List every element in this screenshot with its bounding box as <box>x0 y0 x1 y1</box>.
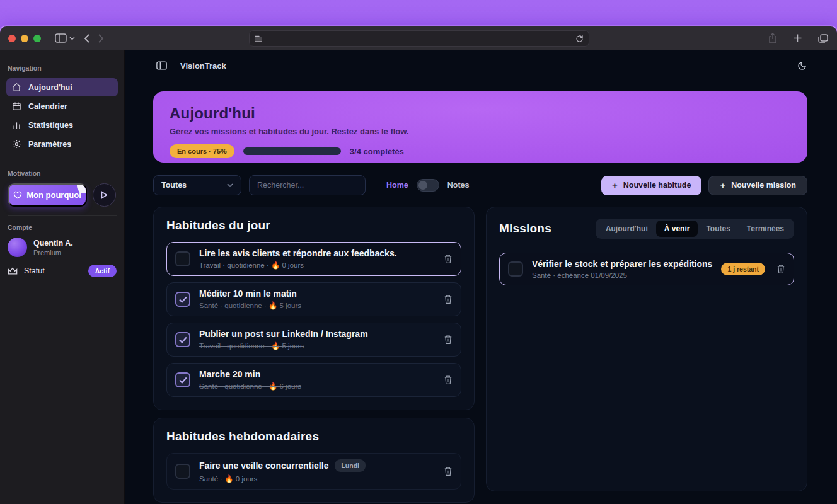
habit-checkbox[interactable] <box>175 292 190 307</box>
address-bar[interactable] <box>249 30 589 47</box>
mission-row[interactable]: Vérifier le stock et préparer les expédi… <box>499 253 794 285</box>
habit-meta: Travail · quotidienne · 🔥 0 jours <box>199 261 435 270</box>
user-name: Quentin A. <box>33 239 73 248</box>
habit-row[interactable]: Publier un post sur LinkedIn / Instagram… <box>166 323 461 357</box>
account-row[interactable]: Quentin A. Premium <box>8 238 117 257</box>
tab-terminees[interactable]: Terminées <box>739 220 792 237</box>
play-button[interactable] <box>93 183 116 207</box>
new-mission-button[interactable]: + Nouvelle mission <box>708 176 807 195</box>
progress-count: 3/4 complétés <box>350 147 404 156</box>
days-remaining-badge: 1 j restant <box>721 263 765 275</box>
day-badge: Lundi <box>335 459 366 472</box>
habit-title: Lire les avis clients et répondre aux fe… <box>199 248 435 258</box>
habit-checkbox[interactable] <box>175 332 190 347</box>
missions-title: Missions <box>499 222 551 236</box>
mission-title: Vérifier le stock et préparer les expédi… <box>532 259 712 269</box>
sidebar-item-parametres[interactable]: Paramètres <box>6 135 118 153</box>
moon-icon <box>797 61 807 71</box>
trash-icon[interactable] <box>776 264 785 274</box>
toggle-label-notes[interactable]: Notes <box>447 181 470 190</box>
habit-checkbox[interactable] <box>175 251 190 266</box>
minimize-window-button[interactable] <box>21 35 28 42</box>
collapse-sidebar-icon[interactable] <box>156 61 167 70</box>
habit-meta: Santé · quotidienne · 🔥 6 jours <box>199 382 435 391</box>
chevron-down-icon <box>227 183 233 187</box>
close-window-button[interactable] <box>8 35 16 42</box>
back-icon[interactable] <box>84 34 89 43</box>
forward-icon <box>98 34 104 43</box>
trash-icon[interactable] <box>444 254 453 264</box>
mission-checkbox[interactable] <box>508 261 523 277</box>
home-icon <box>12 83 21 92</box>
user-plan: Premium <box>33 249 73 256</box>
new-tab-icon[interactable] <box>794 34 802 42</box>
habit-row[interactable]: Méditer 10 min le matin Santé · quotidie… <box>166 282 461 316</box>
safari-sidebar-toggle-icon[interactable] <box>55 33 75 43</box>
reload-icon[interactable] <box>575 35 584 43</box>
chevron-down-icon <box>69 37 75 40</box>
browser-toolbar <box>0 26 837 50</box>
tab-overview-icon[interactable] <box>818 34 828 43</box>
tab-toutes[interactable]: Toutes <box>698 220 738 237</box>
app-header: VisionTrack <box>125 50 837 81</box>
habit-row[interactable]: Lire les avis clients et répondre aux fe… <box>166 242 461 276</box>
home-notes-switch[interactable] <box>417 179 439 192</box>
sidebar-item-label: Statistiques <box>28 121 73 130</box>
sidebar-item-aujourdhui[interactable]: Aujourd'hui <box>6 78 118 96</box>
hero-subtitle: Gérez vos missions et habitudes du jour.… <box>170 127 791 136</box>
plus-icon: + <box>720 180 725 191</box>
motivation-section-label: Motivation <box>8 169 117 177</box>
habit-row[interactable]: Faire une veille concurrentielle Lundi S… <box>166 453 461 490</box>
habit-title: Méditer 10 min le matin <box>199 289 435 299</box>
nav-section-label: Navigation <box>8 64 117 72</box>
status-row: Statut Actif <box>8 265 117 277</box>
trash-icon[interactable] <box>444 466 453 476</box>
app-title: VisionTrack <box>180 61 226 71</box>
tab-a-venir[interactable]: À venir <box>656 220 698 237</box>
progress-badge: En cours · 75% <box>170 144 234 158</box>
habit-meta: Santé · 🔥 0 jours <box>199 474 435 483</box>
dark-mode-toggle[interactable] <box>797 61 807 71</box>
category-select[interactable]: Toutes <box>153 175 241 195</box>
search-input[interactable] <box>249 175 366 195</box>
toggle-label-home[interactable]: Home <box>386 181 408 190</box>
sidebar-item-label: Aujourd'hui <box>28 83 72 92</box>
window-controls <box>8 35 41 42</box>
switch-knob <box>418 181 427 190</box>
new-habit-button[interactable]: + Nouvelle habitude <box>601 176 701 195</box>
calendar-icon <box>12 101 21 111</box>
crown-icon <box>8 267 18 275</box>
missions-tabs: Aujourd'hui À venir Toutes Terminées <box>596 219 794 239</box>
visiontrack-app: Navigation Aujourd'hui Calendrier Statis… <box>0 50 837 504</box>
share-icon[interactable] <box>768 33 777 43</box>
habit-title: Publier un post sur LinkedIn / Instagram <box>199 329 435 339</box>
gear-icon <box>12 139 21 149</box>
status-label: Statut <box>24 266 45 275</box>
sidebar-item-statistiques[interactable]: Statistiques <box>6 116 118 134</box>
mon-pourquoi-button[interactable]: Mon pourquoi <box>8 183 87 207</box>
desktop: Navigation Aujourd'hui Calendrier Statis… <box>0 0 837 504</box>
weekly-habits-card: Habitudes hebdomadaires Faire une veille… <box>153 418 475 503</box>
reader-icon[interactable] <box>255 35 262 42</box>
habit-title: Marche 20 min <box>199 369 435 379</box>
progress-bar <box>243 147 341 155</box>
play-icon <box>101 191 108 199</box>
why-button-label: Mon pourquoi <box>26 190 81 200</box>
habit-meta: Travail · quotidienne · 🔥 5 jours <box>199 341 435 350</box>
tab-aujourdhui[interactable]: Aujourd'hui <box>597 220 656 237</box>
habit-checkbox[interactable] <box>175 464 190 479</box>
zoom-window-button[interactable] <box>33 35 41 42</box>
trash-icon[interactable] <box>444 294 453 304</box>
trash-icon[interactable] <box>444 375 453 385</box>
plus-icon: + <box>612 180 618 191</box>
avatar <box>8 238 27 257</box>
habit-checkbox[interactable] <box>175 372 190 387</box>
filters-row: Toutes Home Notes + Nouvelle h <box>153 175 807 195</box>
trash-icon[interactable] <box>444 335 453 345</box>
hero-title: Aujourd'hui <box>170 105 791 122</box>
sidebar-item-calendrier[interactable]: Calendrier <box>6 97 118 115</box>
new-habit-label: Nouvelle habitude <box>623 181 691 190</box>
browser-window: Navigation Aujourd'hui Calendrier Statis… <box>0 26 837 504</box>
mission-meta: Santé · échéance 01/09/2025 <box>532 272 712 279</box>
habit-row[interactable]: Marche 20 min Santé · quotidienne · 🔥 6 … <box>166 363 461 397</box>
